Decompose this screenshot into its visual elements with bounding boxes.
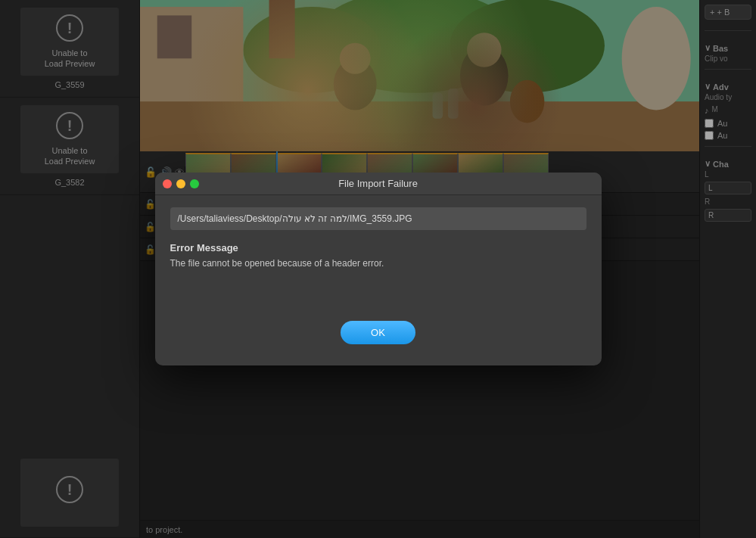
modal-body: /Users/taliaviess/Desktop/למה זה לא עולה… [155,195,602,365]
modal-overlay: File Import Failure /Users/taliaviess/De… [0,0,756,538]
close-button[interactable] [163,179,172,188]
file-path-display: /Users/taliaviess/Desktop/למה זה לא עולה… [170,207,586,230]
minimize-button[interactable] [176,179,185,188]
traffic-lights [163,179,199,188]
error-text-area: Error Message The file cannot be opened … [170,242,586,303]
file-import-failure-dialog: File Import Failure /Users/taliaviess/De… [155,173,602,365]
ok-button-row: OK [170,315,586,353]
error-message: The file cannot be opened because of a h… [170,257,586,270]
maximize-button[interactable] [190,179,199,188]
ok-button[interactable]: OK [341,321,415,344]
modal-title: File Import Failure [338,178,418,189]
modal-titlebar: File Import Failure [155,173,602,195]
error-label: Error Message [170,242,586,253]
